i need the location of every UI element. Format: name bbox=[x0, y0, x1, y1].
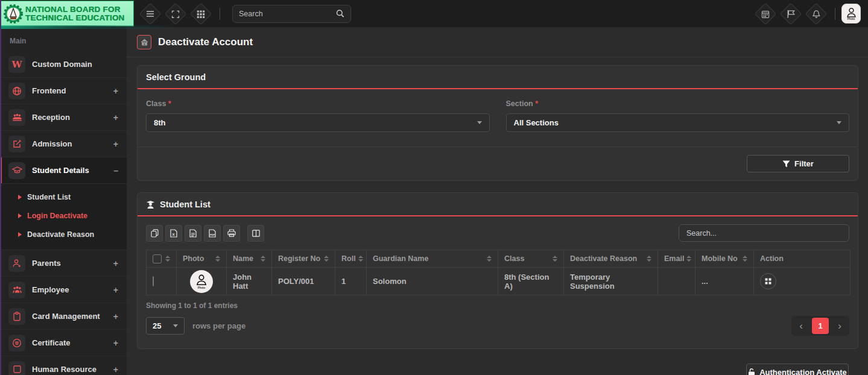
csv-export-button[interactable] bbox=[185, 225, 201, 242]
flag-icon bbox=[787, 10, 795, 18]
section-field: Section * All Sections bbox=[506, 99, 850, 132]
person-plus-icon bbox=[8, 255, 25, 272]
fullscreen-button[interactable] bbox=[165, 2, 187, 25]
global-search-input[interactable] bbox=[239, 10, 336, 18]
sort-icon bbox=[324, 256, 329, 262]
cell-action bbox=[754, 268, 851, 295]
sidebar-item-parents[interactable]: Parents + bbox=[0, 250, 127, 277]
page-1-button[interactable]: 1 bbox=[812, 318, 829, 334]
logo-text: NATIONAL BOARD FOR TECHNICAL EDUCATION bbox=[25, 5, 125, 22]
sort-icon bbox=[215, 256, 220, 262]
col-mobile-no[interactable]: Mobile No bbox=[695, 250, 754, 268]
col-deactivate-reason[interactable]: Deactivate Reason bbox=[564, 250, 658, 268]
col-guardian-name[interactable]: Guardian Name bbox=[367, 250, 498, 268]
sidebar-item-human-resource[interactable]: Human Resource + bbox=[0, 356, 127, 375]
excel-export-button[interactable]: X bbox=[165, 225, 182, 242]
cell-name: John Hatt bbox=[227, 268, 272, 295]
section-select[interactable]: All Sections bbox=[506, 113, 850, 132]
topbar-right: Photo bbox=[753, 4, 868, 24]
sort-icon bbox=[553, 256, 557, 262]
col-register-no[interactable]: Register No bbox=[272, 250, 335, 268]
page-title: Deactivate Account bbox=[158, 36, 253, 48]
submenu-item-deactivate-reason[interactable]: Deactivate Reason bbox=[0, 225, 127, 244]
col-roll[interactable]: Roll bbox=[335, 250, 367, 268]
table-search[interactable] bbox=[679, 224, 849, 242]
class-field: Class * 8th bbox=[146, 99, 490, 132]
profile-avatar[interactable]: Photo bbox=[841, 4, 861, 24]
class-select[interactable]: 8th bbox=[146, 113, 490, 132]
caret-right-icon bbox=[18, 232, 22, 237]
class-select-value: 8th bbox=[154, 118, 166, 127]
student-list-header: Student List bbox=[138, 193, 858, 216]
expand-sign: + bbox=[113, 338, 118, 348]
select-all-checkbox[interactable] bbox=[153, 254, 162, 263]
sidebar-item-certificate[interactable]: Certificate + bbox=[0, 330, 127, 356]
chevron-down-icon bbox=[477, 121, 482, 124]
table-search-input[interactable] bbox=[686, 229, 841, 238]
submenu-label: Student List bbox=[27, 193, 71, 201]
prev-page-button[interactable]: ‹ bbox=[793, 318, 809, 334]
row-action-button[interactable] bbox=[760, 273, 776, 289]
authentication-activate-button[interactable]: Authentication Activate bbox=[746, 364, 849, 375]
sidebar-item-custom-domain[interactable]: W Custom Domain bbox=[0, 51, 127, 78]
pagination: ‹ 1 › bbox=[791, 316, 849, 336]
submenu-item-login-deactivate[interactable]: Login Deactivate bbox=[0, 206, 127, 225]
sidebar-toggle-button[interactable] bbox=[139, 2, 162, 25]
sidebar-item-label: Human Resource bbox=[32, 365, 97, 374]
filter-button[interactable]: Filter bbox=[747, 155, 849, 172]
class-label: Class * bbox=[146, 99, 490, 108]
collapse-sign: – bbox=[113, 166, 118, 175]
cell-email bbox=[658, 268, 695, 295]
topbar-divider bbox=[220, 8, 220, 20]
sidebar-item-employee[interactable]: Employee + bbox=[0, 277, 127, 303]
col-class[interactable]: Class bbox=[498, 250, 564, 268]
next-page-button[interactable]: › bbox=[832, 318, 847, 334]
copy-button[interactable] bbox=[146, 225, 163, 242]
sidebar-item-label: Reception bbox=[32, 113, 70, 122]
row-checkbox[interactable] bbox=[153, 276, 154, 286]
lock-open-icon bbox=[748, 368, 755, 375]
notifications-button[interactable] bbox=[805, 2, 828, 25]
showing-entries-text: Showing 1 to 1 of 1 entries bbox=[138, 295, 858, 311]
select-ground-title: Select Ground bbox=[146, 72, 206, 82]
print-button[interactable] bbox=[223, 225, 240, 242]
col-email[interactable]: Email bbox=[658, 250, 695, 268]
avatar-photo-label: Photo bbox=[847, 17, 855, 20]
excel-file-icon: X bbox=[170, 229, 177, 238]
sidebar-item-student-details[interactable]: Student Details – bbox=[0, 157, 127, 184]
sidebar-item-reception[interactable]: Reception + bbox=[0, 104, 127, 131]
sidebar-item-card-management[interactable]: Card Management + bbox=[0, 303, 127, 330]
apps-grid-button[interactable] bbox=[190, 2, 212, 25]
select-ground-footer: Filter bbox=[138, 147, 858, 180]
student-list-title: Student List bbox=[160, 200, 211, 209]
calendar-button[interactable] bbox=[755, 2, 777, 25]
app-logo[interactable]: NATIONAL BOARD FOR TECHNICAL EDUCATION bbox=[0, 1, 134, 27]
section-select-value: All Sections bbox=[514, 118, 559, 127]
messages-button[interactable] bbox=[780, 2, 802, 25]
rows-per-page-select[interactable]: 25 bbox=[146, 317, 185, 335]
student-icon bbox=[146, 200, 155, 209]
rows-per-page-value: 25 bbox=[153, 321, 161, 330]
global-search[interactable] bbox=[232, 5, 351, 23]
sidebar-item-frontend[interactable]: Frontend + bbox=[0, 78, 127, 104]
col-name[interactable]: Name bbox=[227, 250, 272, 268]
sort-icon[interactable] bbox=[165, 256, 170, 262]
col-photo[interactable]: Photo bbox=[177, 250, 227, 268]
expand-sign: + bbox=[113, 139, 118, 149]
table-header-row: Photo Name Register No Roll Guardian Nam… bbox=[147, 250, 851, 268]
column-visibility-button[interactable] bbox=[247, 225, 264, 242]
col-action: Action bbox=[754, 250, 851, 268]
submenu-label: Login Deactivate bbox=[27, 212, 87, 220]
sidebar-item-label: Student Details bbox=[32, 166, 89, 175]
person-icon bbox=[195, 273, 208, 286]
file-lines-icon bbox=[189, 229, 197, 238]
home-button[interactable] bbox=[137, 35, 151, 49]
sidebar-item-label: Admission bbox=[32, 139, 72, 148]
globe-icon bbox=[8, 83, 25, 99]
pdf-export-button[interactable]: PDF bbox=[204, 225, 221, 242]
student-photo-avatar[interactable]: Photo bbox=[190, 270, 213, 293]
sidebar-item-admission[interactable]: Admission + bbox=[0, 131, 127, 157]
expand-sign: + bbox=[113, 259, 118, 268]
topbar-divider bbox=[835, 8, 835, 20]
submenu-item-student-list[interactable]: Student List bbox=[0, 188, 127, 206]
